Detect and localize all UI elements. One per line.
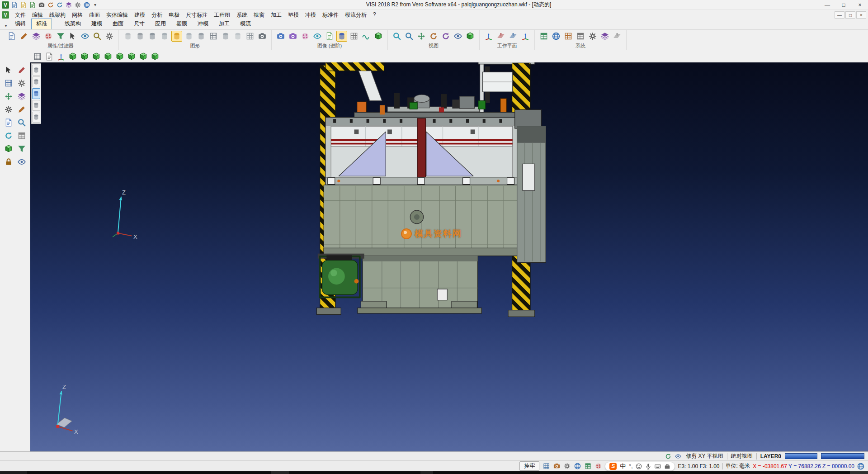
render-quality-icon[interactable] (275, 31, 286, 42)
zoom-window-icon[interactable] (404, 31, 415, 42)
list-icon[interactable] (16, 130, 28, 142)
document-icon[interactable] (3, 117, 14, 128)
layers-icon[interactable] (65, 1, 73, 9)
status-palette-icon[interactable] (594, 462, 602, 470)
view-sync-icon[interactable] (664, 452, 672, 460)
layers-system-icon[interactable] (599, 31, 610, 42)
show-surfaces-toggle[interactable] (32, 76, 40, 87)
lock-toggle-button[interactable]: 拴牢 (519, 461, 539, 471)
active-display-mode-icon[interactable] (171, 31, 182, 42)
filter-icon[interactable] (16, 143, 28, 155)
lighting-icon[interactable] (361, 31, 372, 42)
ime-keyboard-icon[interactable] (655, 463, 661, 469)
save-icon[interactable] (28, 1, 37, 9)
materials-icon[interactable] (300, 31, 311, 42)
reflections-icon[interactable] (312, 31, 323, 42)
rotate-view-icon[interactable] (428, 31, 439, 42)
lock-icon[interactable] (3, 156, 14, 168)
filter-settings-icon[interactable] (104, 31, 115, 42)
sketch-icon[interactable] (16, 104, 28, 115)
select-icon[interactable] (3, 64, 14, 76)
tab-8[interactable]: 冲模 (193, 19, 213, 29)
viewport-3d[interactable]: Z X Z X 模具资料网 (30, 62, 868, 451)
menu-item-13[interactable]: 加工 (268, 10, 285, 20)
shading-toggle-icon[interactable] (33, 52, 42, 62)
current-linestyle-selector[interactable] (821, 453, 864, 459)
mesh-display-icon[interactable] (196, 31, 207, 42)
workplane-align-icon[interactable] (508, 31, 519, 42)
workplane-by-face-icon[interactable] (495, 31, 506, 42)
trim-icon[interactable] (16, 64, 28, 76)
print-icon[interactable] (38, 1, 46, 9)
view-visibility-icon[interactable] (674, 452, 682, 460)
tab-1[interactable]: 标准 (31, 19, 52, 29)
ime-toolbox-icon[interactable] (664, 463, 670, 469)
status-settings-icon[interactable] (563, 462, 571, 470)
show-points-toggle[interactable] (32, 100, 40, 111)
quick-access-dropdown-icon[interactable]: ▾ (92, 2, 98, 7)
snap-grid-icon[interactable] (3, 77, 14, 89)
ghost-display-icon[interactable] (232, 31, 243, 42)
status-table-icon[interactable] (584, 462, 592, 470)
ime-language-toggle[interactable]: 中 (620, 462, 626, 470)
move-icon[interactable] (3, 90, 14, 102)
match-properties-icon[interactable] (19, 31, 29, 42)
hidden-line-display-icon[interactable] (135, 31, 146, 42)
sogou-logo-icon[interactable]: S (609, 463, 617, 470)
iso-view-icon[interactable] (68, 52, 78, 62)
shaded-edges-display-icon[interactable] (159, 31, 170, 42)
zoom-icon[interactable] (16, 117, 28, 128)
section-display-icon[interactable] (220, 31, 231, 42)
show-wireframe-toggle[interactable] (32, 88, 40, 99)
close-button[interactable]: × (852, 0, 868, 9)
shaded-display-icon[interactable] (147, 31, 158, 42)
render-options-icon[interactable] (257, 31, 268, 42)
tab-6[interactable]: 应用 (150, 19, 171, 29)
back-view-icon[interactable] (91, 52, 101, 62)
minimize-button[interactable]: — (819, 0, 835, 9)
menu-item-17[interactable]: 模流分析 (342, 10, 370, 20)
right-view-icon[interactable] (138, 52, 148, 62)
ime-toolbar[interactable]: S 中 °, (605, 462, 675, 471)
tab-10[interactable]: 模流 (235, 19, 256, 29)
workplane-icon[interactable] (483, 31, 494, 42)
previous-view-icon[interactable] (440, 31, 451, 42)
transparent-display-icon[interactable] (184, 31, 194, 42)
iso-view-icon[interactable] (465, 31, 476, 42)
color-table-icon[interactable] (538, 31, 549, 42)
ambient-occlusion-icon[interactable] (336, 31, 347, 42)
modify-icon[interactable] (16, 77, 28, 89)
bottom-view-icon[interactable] (115, 52, 125, 62)
system-settings-icon[interactable] (551, 31, 561, 42)
wireframe-display-icon[interactable] (123, 31, 133, 42)
element-filter-icon[interactable] (55, 31, 66, 42)
visibility-toggle-icon[interactable] (16, 156, 28, 168)
online-status-icon[interactable] (857, 463, 864, 470)
white-view-icon[interactable] (44, 52, 54, 62)
tab-7[interactable]: 塑膜 (171, 19, 192, 29)
current-layer-label[interactable]: LAYER0 (760, 453, 781, 460)
settings-panel-icon[interactable] (3, 104, 14, 115)
regen-icon[interactable] (3, 130, 14, 142)
dynamic-rotate-icon[interactable] (56, 52, 66, 62)
left-view-icon[interactable] (127, 52, 137, 62)
preferences-icon[interactable] (587, 31, 598, 42)
shadows-icon[interactable] (288, 31, 298, 42)
settings-icon[interactable] (74, 1, 82, 9)
screenshot-icon[interactable] (552, 462, 561, 470)
open-file-icon[interactable] (19, 1, 28, 9)
tab-2[interactable]: 线架构 (60, 19, 86, 29)
background-icon[interactable] (324, 31, 335, 42)
search-filter-icon[interactable] (92, 31, 103, 42)
child-window-menu-icon[interactable]: V (2, 11, 9, 19)
grid-display-icon[interactable] (245, 31, 255, 42)
show-solids-toggle[interactable] (32, 65, 40, 76)
child-restore-button[interactable]: □ (845, 11, 855, 19)
visibility-icon[interactable] (80, 31, 90, 42)
tab-3[interactable]: 建模 (86, 19, 107, 29)
layers-panel-icon[interactable] (16, 90, 28, 102)
undo-icon[interactable] (47, 1, 55, 9)
ime-punctuation-toggle[interactable]: °, (629, 463, 632, 469)
pan-view-icon[interactable] (416, 31, 427, 42)
child-minimize-button[interactable]: — (835, 11, 844, 19)
